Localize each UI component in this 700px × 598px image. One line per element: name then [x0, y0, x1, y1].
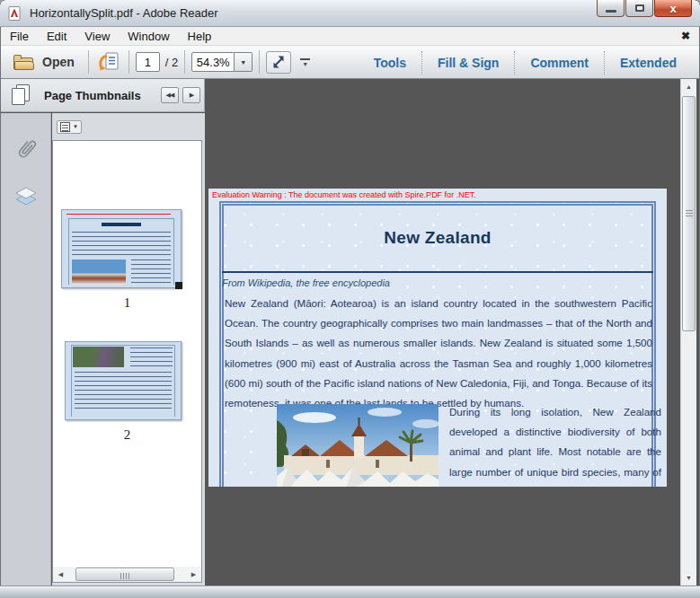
- article-paragraph-2: During its long isolation, New Zealand d…: [449, 402, 661, 487]
- fill-sign-pane-button[interactable]: Fill & Sign: [422, 56, 514, 70]
- thumbnail-1-label: 1: [53, 295, 201, 311]
- toolbar: Open / 2 54.3% ▼: [1, 46, 699, 79]
- title-bar[interactable]: HorizontallySplit.pdf - Adobe Reader x: [0, 0, 700, 27]
- overflow-bar-icon: [300, 58, 310, 60]
- comment-pane-button[interactable]: Comment: [515, 56, 604, 70]
- maximize-button[interactable]: [625, 0, 653, 17]
- menu-bar: File Edit View Window Help ✖: [1, 27, 699, 46]
- article-subtitle: From Wikipedia, the free encyclopedia: [222, 277, 390, 288]
- thumbnails-list: 1 2: [52, 140, 202, 583]
- scroll-left-icon[interactable]: ◀: [53, 567, 68, 582]
- layers-panel-button[interactable]: [1, 185, 51, 208]
- toolbar-overflow-button[interactable]: ▼: [300, 58, 310, 66]
- right-arrow-icon: ▶: [190, 92, 193, 99]
- pdf-file-icon: [8, 6, 22, 21]
- thumbnail-2-label: 2: [53, 427, 201, 443]
- thumbnails-panel-title: Page Thumbnails: [44, 89, 161, 102]
- zoom-dropdown-button[interactable]: ▼: [235, 52, 253, 72]
- thumbnail-page-2[interactable]: [65, 341, 182, 420]
- toolbar-separator: [128, 50, 129, 74]
- page-view-handle[interactable]: [175, 282, 182, 289]
- thumbnails-panel: ▼ 1 2 ◀: [52, 113, 205, 585]
- scrollbar-track[interactable]: [68, 567, 186, 582]
- page-total-label: / 2: [165, 56, 178, 69]
- share-document-icon: [97, 51, 120, 73]
- navigation-rail: [1, 113, 51, 585]
- document-vertical-scrollbar[interactable]: ▲ ▼: [680, 79, 696, 585]
- menu-window[interactable]: Window: [119, 27, 178, 46]
- scroll-down-icon[interactable]: ▼: [681, 570, 696, 585]
- minimize-button[interactable]: [597, 0, 625, 17]
- toolbar-separator: [184, 50, 185, 74]
- thumbnails-options-bar: ▼: [52, 113, 205, 140]
- window-frame-bottom: [0, 585, 700, 598]
- fit-window-icon: [271, 55, 286, 69]
- thumbnail-page-1[interactable]: [61, 209, 182, 288]
- open-button-label: Open: [42, 55, 75, 69]
- thumbnails-panel-header: Page Thumbnails ◀◀ ▶: [1, 79, 205, 112]
- layers-icon: [13, 185, 39, 208]
- collapse-panel-button[interactable]: ◀◀: [161, 87, 179, 103]
- tools-pane-button[interactable]: Tools: [359, 56, 421, 70]
- scroll-up-icon[interactable]: ▲: [681, 79, 696, 94]
- evaluation-warning: Evaluation Warning : The document was cr…: [212, 190, 476, 199]
- toolbar-separator: [259, 50, 260, 74]
- article-title: New Zealand: [208, 228, 667, 248]
- thumbnail-options-button[interactable]: ▼: [57, 120, 82, 134]
- menu-view[interactable]: View: [75, 27, 119, 46]
- thumbnails-horizontal-scrollbar[interactable]: ◀ ▶: [53, 567, 201, 582]
- page-number-input[interactable]: [136, 52, 160, 72]
- close-icon: x: [669, 2, 676, 15]
- zoom-value-field[interactable]: 54.3%: [191, 52, 235, 72]
- list-options-icon: [60, 122, 70, 132]
- adobe-reader-window: HorizontallySplit.pdf - Adobe Reader x F…: [0, 0, 700, 598]
- open-button[interactable]: Open: [6, 52, 82, 73]
- fit-window-button[interactable]: [266, 51, 291, 74]
- close-document-icon[interactable]: ✖: [681, 30, 690, 42]
- rotorua-museum-photo: [277, 404, 439, 487]
- minimize-icon: [606, 10, 616, 13]
- window-title: HorizontallySplit.pdf - Adobe Reader: [30, 6, 218, 20]
- folder-icon: [13, 55, 35, 70]
- toolbar-separator: [88, 50, 89, 74]
- maximize-icon: [635, 4, 644, 12]
- chevron-down-icon: ▼: [240, 59, 246, 66]
- attachments-panel-button[interactable]: [1, 135, 51, 163]
- extended-pane-button[interactable]: Extended: [605, 56, 692, 70]
- chevron-down-icon: ▼: [302, 62, 308, 66]
- document-view-area[interactable]: Evaluation Warning : The document was cr…: [206, 79, 680, 585]
- page-thumbnails-icon: [12, 84, 31, 106]
- share-document-button[interactable]: [95, 49, 122, 75]
- title-rule: [222, 271, 653, 273]
- paperclip-icon: [15, 135, 37, 163]
- scrollbar-thumb[interactable]: [682, 96, 696, 331]
- window-frame-left: [0, 27, 1, 598]
- menu-help[interactable]: Help: [179, 27, 221, 46]
- double-left-arrow-icon: ◀◀: [166, 92, 174, 99]
- expand-panel-button[interactable]: ▶: [182, 87, 200, 103]
- scroll-right-icon[interactable]: ▶: [186, 567, 201, 582]
- chevron-down-icon: ▼: [73, 124, 78, 129]
- scrollbar-thumb[interactable]: [75, 567, 174, 581]
- menu-file[interactable]: File: [1, 27, 38, 46]
- pdf-page-1: Evaluation Warning : The document was cr…: [208, 189, 667, 487]
- menu-edit[interactable]: Edit: [38, 27, 75, 46]
- close-button[interactable]: x: [654, 0, 692, 17]
- article-paragraph-1: New Zealand (Māori: Aotearoa) is an isla…: [225, 294, 652, 413]
